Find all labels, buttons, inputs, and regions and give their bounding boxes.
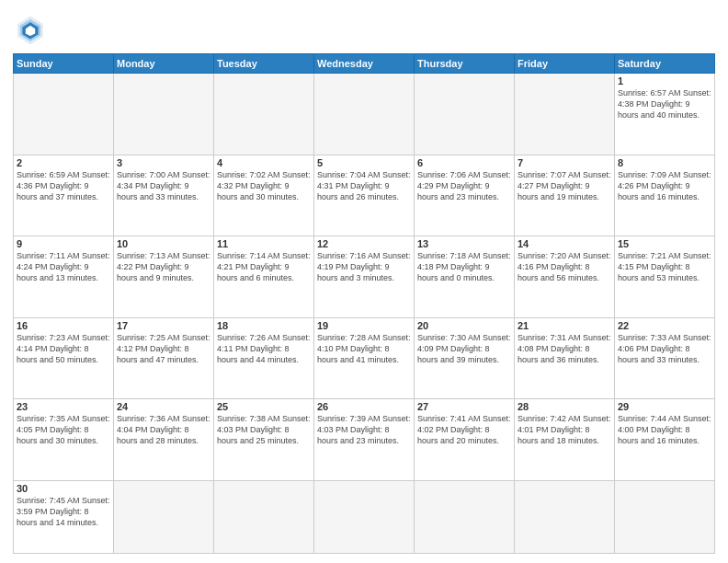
day-info: Sunrise: 7:26 AM Sunset: 4:11 PM Dayligh…: [217, 332, 311, 365]
day-number: 17: [117, 320, 210, 331]
day-number: 6: [417, 157, 511, 168]
calendar-cell: 5Sunrise: 7:04 AM Sunset: 4:31 PM Daylig…: [314, 155, 415, 236]
day-number: 2: [17, 157, 110, 168]
calendar-cell: 11Sunrise: 7:14 AM Sunset: 4:21 PM Dayli…: [214, 236, 314, 318]
calendar-cell: 20Sunrise: 7:30 AM Sunset: 4:09 PM Dayli…: [415, 317, 515, 399]
day-info: Sunrise: 7:35 AM Sunset: 4:05 PM Dayligh…: [17, 413, 110, 446]
day-number: 13: [417, 238, 511, 249]
day-info: Sunrise: 7:00 AM Sunset: 4:34 PM Dayligh…: [117, 169, 210, 202]
col-header-friday: Friday: [515, 54, 615, 74]
day-number: 7: [518, 157, 611, 168]
calendar-cell: 30Sunrise: 7:45 AM Sunset: 3:59 PM Dayli…: [14, 480, 114, 554]
calendar-cell: [415, 480, 515, 554]
header: [13, 9, 715, 48]
calendar-cell: [314, 480, 415, 554]
day-info: Sunrise: 7:45 AM Sunset: 3:59 PM Dayligh…: [17, 495, 110, 528]
day-number: 21: [518, 320, 611, 331]
day-number: 18: [217, 320, 311, 331]
day-info: Sunrise: 7:42 AM Sunset: 4:01 PM Dayligh…: [518, 413, 611, 446]
calendar-cell: 15Sunrise: 7:21 AM Sunset: 4:15 PM Dayli…: [615, 236, 715, 318]
day-number: 9: [17, 238, 110, 249]
calendar-cell: 18Sunrise: 7:26 AM Sunset: 4:11 PM Dayli…: [214, 317, 314, 399]
calendar-cell: [114, 480, 214, 554]
col-header-saturday: Saturday: [615, 54, 715, 74]
page: SundayMondayTuesdayWednesdayThursdayFrid…: [0, 0, 728, 563]
day-number: 14: [518, 238, 611, 249]
calendar-cell: [615, 480, 715, 554]
day-info: Sunrise: 7:31 AM Sunset: 4:08 PM Dayligh…: [518, 332, 611, 365]
day-info: Sunrise: 7:36 AM Sunset: 4:04 PM Dayligh…: [117, 413, 210, 446]
day-info: Sunrise: 7:41 AM Sunset: 4:02 PM Dayligh…: [417, 413, 511, 446]
logo-icon: [13, 13, 48, 48]
calendar-cell: [415, 74, 515, 155]
calendar: SundayMondayTuesdayWednesdayThursdayFrid…: [13, 53, 715, 554]
day-number: 23: [17, 401, 110, 412]
day-info: Sunrise: 7:25 AM Sunset: 4:12 PM Dayligh…: [117, 332, 210, 365]
calendar-cell: 13Sunrise: 7:18 AM Sunset: 4:18 PM Dayli…: [415, 236, 515, 318]
calendar-cell: 16Sunrise: 7:23 AM Sunset: 4:14 PM Dayli…: [14, 317, 114, 399]
calendar-cell: 9Sunrise: 7:11 AM Sunset: 4:24 PM Daylig…: [14, 236, 114, 318]
calendar-cell: 17Sunrise: 7:25 AM Sunset: 4:12 PM Dayli…: [114, 317, 214, 399]
calendar-cell: 26Sunrise: 7:39 AM Sunset: 4:03 PM Dayli…: [314, 399, 415, 481]
day-number: 20: [417, 320, 511, 331]
day-number: 4: [217, 157, 311, 168]
calendar-cell: [515, 480, 615, 554]
col-header-thursday: Thursday: [415, 54, 515, 74]
calendar-cell: [14, 74, 114, 155]
day-info: Sunrise: 7:33 AM Sunset: 4:06 PM Dayligh…: [618, 332, 711, 365]
day-info: Sunrise: 7:14 AM Sunset: 4:21 PM Dayligh…: [217, 250, 311, 283]
calendar-cell: 14Sunrise: 7:20 AM Sunset: 4:16 PM Dayli…: [515, 236, 615, 318]
calendar-cell: 19Sunrise: 7:28 AM Sunset: 4:10 PM Dayli…: [314, 317, 415, 399]
col-header-wednesday: Wednesday: [314, 54, 415, 74]
calendar-cell: [114, 74, 214, 155]
day-info: Sunrise: 6:57 AM Sunset: 4:38 PM Dayligh…: [618, 87, 711, 121]
col-header-tuesday: Tuesday: [214, 54, 314, 74]
calendar-cell: 21Sunrise: 7:31 AM Sunset: 4:08 PM Dayli…: [515, 317, 615, 399]
calendar-cell: 23Sunrise: 7:35 AM Sunset: 4:05 PM Dayli…: [14, 399, 114, 481]
calendar-cell: 8Sunrise: 7:09 AM Sunset: 4:26 PM Daylig…: [615, 155, 715, 236]
day-info: Sunrise: 7:21 AM Sunset: 4:15 PM Dayligh…: [618, 250, 711, 283]
calendar-cell: 27Sunrise: 7:41 AM Sunset: 4:02 PM Dayli…: [415, 399, 515, 481]
day-info: Sunrise: 7:16 AM Sunset: 4:19 PM Dayligh…: [317, 250, 411, 283]
day-info: Sunrise: 7:23 AM Sunset: 4:14 PM Dayligh…: [17, 332, 110, 365]
day-number: 29: [618, 401, 711, 412]
day-number: 19: [317, 320, 411, 331]
day-number: 26: [317, 401, 411, 412]
col-header-sunday: Sunday: [14, 54, 114, 74]
calendar-cell: [515, 74, 615, 155]
day-info: Sunrise: 7:04 AM Sunset: 4:31 PM Dayligh…: [317, 169, 411, 202]
calendar-cell: 2Sunrise: 6:59 AM Sunset: 4:36 PM Daylig…: [14, 155, 114, 236]
calendar-cell: 4Sunrise: 7:02 AM Sunset: 4:32 PM Daylig…: [214, 155, 314, 236]
day-number: 3: [117, 157, 210, 168]
day-number: 30: [17, 483, 110, 494]
day-info: Sunrise: 7:20 AM Sunset: 4:16 PM Dayligh…: [518, 250, 611, 283]
day-number: 28: [518, 401, 611, 412]
calendar-cell: [314, 74, 415, 155]
day-info: Sunrise: 7:18 AM Sunset: 4:18 PM Dayligh…: [417, 250, 511, 283]
calendar-cell: 25Sunrise: 7:38 AM Sunset: 4:03 PM Dayli…: [214, 399, 314, 481]
calendar-cell: 24Sunrise: 7:36 AM Sunset: 4:04 PM Dayli…: [114, 399, 214, 481]
logo: [13, 13, 51, 48]
day-number: 24: [117, 401, 210, 412]
day-info: Sunrise: 7:02 AM Sunset: 4:32 PM Dayligh…: [217, 169, 311, 202]
calendar-cell: 7Sunrise: 7:07 AM Sunset: 4:27 PM Daylig…: [515, 155, 615, 236]
day-number: 25: [217, 401, 311, 412]
calendar-cell: 22Sunrise: 7:33 AM Sunset: 4:06 PM Dayli…: [615, 317, 715, 399]
day-number: 27: [417, 401, 511, 412]
day-number: 12: [317, 238, 411, 249]
day-number: 16: [17, 320, 110, 331]
day-info: Sunrise: 7:38 AM Sunset: 4:03 PM Dayligh…: [217, 413, 311, 446]
day-number: 8: [618, 157, 711, 168]
day-info: Sunrise: 7:07 AM Sunset: 4:27 PM Dayligh…: [518, 169, 611, 202]
day-number: 1: [618, 75, 711, 86]
day-number: 11: [217, 238, 311, 249]
day-info: Sunrise: 7:39 AM Sunset: 4:03 PM Dayligh…: [317, 413, 411, 446]
calendar-cell: [214, 480, 314, 554]
day-number: 10: [117, 238, 210, 249]
day-info: Sunrise: 6:59 AM Sunset: 4:36 PM Dayligh…: [17, 169, 110, 202]
day-info: Sunrise: 7:11 AM Sunset: 4:24 PM Dayligh…: [17, 250, 110, 283]
day-info: Sunrise: 7:28 AM Sunset: 4:10 PM Dayligh…: [317, 332, 411, 365]
calendar-cell: 1Sunrise: 6:57 AM Sunset: 4:38 PM Daylig…: [615, 74, 715, 155]
calendar-cell: 6Sunrise: 7:06 AM Sunset: 4:29 PM Daylig…: [415, 155, 515, 236]
day-number: 22: [618, 320, 711, 331]
